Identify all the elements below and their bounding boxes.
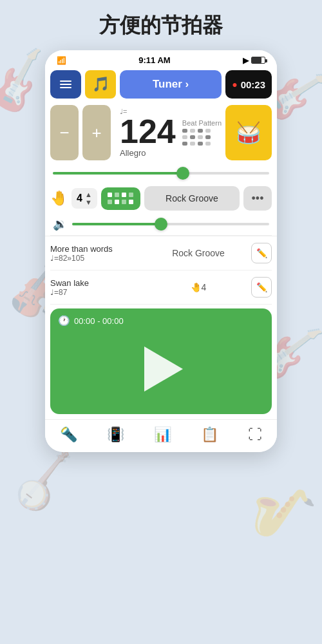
bottom-nav: 🔦 📳 📊 📋 ⛶	[45, 419, 277, 452]
tempo-slider-fill	[53, 172, 183, 175]
groove-dot	[122, 200, 126, 204]
song-bpm: ♩=82»105	[50, 254, 146, 263]
beats-up-arrow[interactable]: ▲	[85, 191, 92, 198]
hand-icon: 🤚	[50, 190, 68, 207]
rock-groove-button[interactable]: Rock Groove	[144, 186, 240, 211]
chart-icon: 📊	[154, 426, 171, 443]
beat-dot	[205, 135, 211, 139]
nav-item-clipboard[interactable]: 📋	[201, 426, 218, 443]
volume-slider-track[interactable]	[72, 223, 269, 225]
volume-row: 🔉	[45, 214, 277, 235]
play-button[interactable]	[138, 346, 184, 392]
song-label-right: Rock Groove	[151, 248, 246, 258]
page-header: 方便的节拍器	[0, 0, 322, 50]
groove-dot	[122, 193, 126, 197]
song-info: More than words ♩=82»105	[50, 244, 146, 263]
song-name: Swan lake	[50, 278, 146, 288]
song-info: Swan lake ♩=87	[50, 278, 146, 297]
groove-dot	[115, 193, 119, 197]
beats-value: 4	[77, 193, 82, 204]
groove-dot	[115, 200, 119, 204]
beat-dot	[198, 129, 203, 133]
menu-line	[60, 84, 71, 85]
groove-dot	[108, 193, 112, 197]
groove-pattern-button[interactable]	[101, 187, 140, 210]
tempo-name: Allegro	[120, 148, 146, 158]
song-bpm: ♩=87	[50, 288, 146, 297]
beat-dot	[205, 142, 211, 146]
flashlight-icon: 🔦	[60, 426, 77, 443]
vibrate-icon: 📳	[107, 426, 124, 443]
song-item: More than words ♩=82»105 Rock Groove ✏️	[50, 236, 272, 270]
bpm-number: 124	[120, 115, 176, 148]
volume-icon: 🔉	[53, 217, 67, 231]
groove-dot	[108, 200, 112, 204]
phone-mockup: 📶 9:11 AM ▶ 🎵 Tuner › ● 00:23	[45, 50, 277, 452]
tempo-minus-button[interactable]: −	[50, 105, 79, 160]
groove-dots	[108, 193, 134, 205]
controls-row: 🤚 4 ▲ ▼ Rock Groove •••	[45, 182, 277, 214]
music-note-icon: 🎵	[92, 76, 109, 93]
beats-down-arrow[interactable]: ▼	[85, 198, 92, 206]
menu-button[interactable]	[50, 70, 81, 99]
beat-dot	[190, 142, 195, 146]
groove-dot	[129, 200, 133, 204]
record-dot-icon: ●	[232, 79, 237, 90]
volume-slider-thumb[interactable]	[155, 218, 167, 231]
bpm-display: ♩= 124 Allegro	[115, 105, 185, 160]
play-area	[58, 330, 264, 408]
more-icon: •••	[252, 192, 264, 205]
player-time: 00:00 - 00:00	[74, 316, 124, 326]
nav-item-expand[interactable]: ⛶	[248, 426, 262, 443]
menu-line	[60, 87, 71, 88]
plus-icon: +	[91, 123, 101, 143]
beat-pattern-dots	[182, 129, 212, 147]
clipboard-icon: 📋	[201, 426, 218, 443]
song-edit-button[interactable]: ✏️	[251, 277, 272, 298]
rock-groove-label: Rock Groove	[166, 193, 218, 204]
song-list: More than words ♩=82»105 Rock Groove ✏️ …	[45, 236, 277, 305]
beat-dot	[198, 142, 203, 146]
menu-line	[60, 80, 71, 82]
expand-icon: ⛶	[248, 426, 262, 443]
record-button[interactable]: ● 00:23	[225, 70, 272, 99]
tempo-slider-thumb[interactable]	[176, 167, 189, 180]
status-right: ▶	[243, 56, 265, 65]
nav-item-chart[interactable]: 📊	[154, 426, 171, 443]
beat-pattern-area: Beat Pattern	[182, 105, 222, 160]
beat-dot	[198, 135, 203, 139]
nav-item-flashlight[interactable]: 🔦	[60, 426, 77, 443]
menu-icon	[60, 80, 71, 88]
more-button[interactable]: •••	[243, 186, 272, 211]
battery-fill	[252, 57, 261, 63]
tempo-row: − + ♩= 124 Allegro Beat Pattern	[45, 101, 277, 164]
location-icon: ▶	[243, 56, 249, 65]
beat-pattern-label: Beat Pattern	[182, 119, 222, 127]
song-item: Swan lake ♩=87 🤚4 ✏️	[50, 270, 272, 305]
groove-dot	[129, 193, 133, 197]
beat-dot	[205, 129, 211, 133]
song-name: More than words	[50, 244, 146, 254]
tempo-slider-row	[45, 164, 277, 182]
beat-dot	[182, 135, 187, 139]
tempo-slider-track[interactable]	[53, 172, 269, 175]
clock-icon: 🕐	[58, 315, 70, 327]
beats-stepper[interactable]: 4 ▲ ▼	[71, 188, 97, 209]
beat-dot	[190, 129, 195, 133]
beat-dot	[182, 142, 187, 146]
volume-slider-fill	[72, 223, 161, 225]
song-label-right: 🤚4	[151, 282, 246, 292]
record-time: 00:23	[241, 79, 265, 90]
nav-item-vibrate[interactable]: 📳	[107, 426, 124, 443]
song-groove-label: Rock Groove	[172, 248, 225, 258]
play-triangle-icon	[144, 346, 183, 392]
music-note-badge: 🎵	[85, 70, 116, 99]
status-bar: 📶 9:11 AM ▶	[45, 50, 277, 68]
song-edit-button[interactable]: ✏️	[251, 243, 272, 263]
tempo-plus-button[interactable]: +	[82, 105, 111, 160]
drum-button[interactable]: 🥁	[225, 105, 272, 160]
tuner-label: Tuner ›	[153, 78, 189, 91]
wifi-icon: 📶	[57, 56, 66, 65]
tuner-button[interactable]: Tuner ›	[120, 70, 222, 99]
player-time-row: 🕐 00:00 - 00:00	[58, 315, 264, 327]
